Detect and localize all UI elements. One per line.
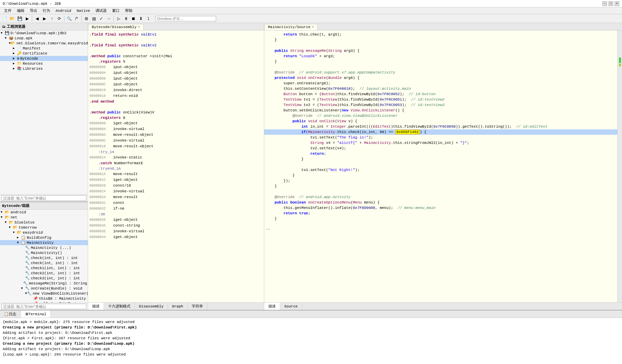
tree-label: check(int, int) : int (31, 261, 78, 265)
tab-bytecode-disassembly[interactable]: Bytecode/Disassembly × (88, 24, 144, 30)
toolbar-debug-run[interactable]: ▷ (115, 15, 122, 22)
tree-item-apk[interactable]: ▼ 📦 Loop.apk (0, 36, 88, 41)
terminal-area[interactable]: {mobile.apk > mobile.apk}: 275 resource … (0, 318, 622, 364)
tree-label: net.bluelotus.tomorrow.easydroid (16, 41, 88, 45)
bytecode-code-area[interactable]: .field final synthetic val$tv1 .field fi… (88, 30, 264, 302)
tab-bytecode-close[interactable]: × (138, 25, 140, 29)
src-line: super.onCreate(arg6); (264, 81, 617, 86)
omnibox-input[interactable] (155, 16, 216, 21)
tab-disassembly[interactable]: Disassembly (135, 303, 168, 310)
toolbar-table[interactable]: ▤ (90, 15, 97, 22)
tab-hex[interactable]: 十六进制格式 (104, 303, 135, 310)
tree-item-manifest[interactable]: ▶ 📄 Manifest (0, 46, 88, 51)
toolbar-open[interactable]: 📂 (9, 15, 16, 22)
toolbar-up[interactable]: ↑ (48, 15, 55, 22)
tab-terminal[interactable]: 🖥 Terminal (21, 311, 51, 318)
tab-source-close[interactable]: × (312, 25, 314, 29)
tree-oncreate[interactable]: ▼ 🔧 onCreate(Bundle) : void (0, 286, 88, 291)
src-line (264, 189, 617, 194)
menu-edit[interactable]: 编辑 (14, 7, 27, 14)
tab-bytecode-label: Bytecode/Disassembly (92, 25, 137, 29)
tree-label: check(int, int) : int (31, 256, 78, 260)
toolbar-search[interactable]: 🔍 (66, 15, 72, 22)
toolbar-check[interactable]: ✓ (98, 15, 105, 22)
tree-item-resources[interactable]: ▶ 📁 Resources (0, 61, 88, 66)
project-filter-input[interactable] (1, 195, 86, 201)
toolbar-debug-over[interactable]: ⤵ (145, 15, 152, 22)
code-line: .method public onClick(View)V (88, 110, 264, 115)
tree-label: this$0 : MainActivity (39, 297, 86, 301)
src-line: Button button = (Button)this.findViewByI… (264, 91, 617, 97)
tree-label: MainActivity (27, 241, 54, 245)
tab-desc[interactable]: 描述 (88, 303, 104, 310)
menu-help[interactable]: 帮助 (122, 7, 135, 14)
tree-this0[interactable]: 📌 this$0 : MainActivity (0, 296, 88, 301)
menu-behavior[interactable]: 行为 (40, 7, 53, 14)
tree-item-libraries[interactable]: ▶ 📚 Libraries (0, 66, 88, 71)
toolbar-save[interactable]: 💾 (16, 15, 23, 22)
toolbar-debug-stop[interactable]: ⏹ (130, 15, 137, 22)
toolbar-grid[interactable]: ⊞ (83, 15, 90, 22)
toolbar-refresh[interactable]: ⟳ (56, 15, 63, 22)
bytecode-tree[interactable]: ▼ 📂 android ▼ 📂 net ▼ 📂 bluelotus (0, 210, 88, 303)
code-line: 00000032 if-ne (88, 206, 264, 212)
toolbar-forward[interactable]: ▶ (41, 15, 48, 22)
tree-mainactivity[interactable]: ▼ 📋 MainActivity (0, 240, 88, 245)
tab-src-desc[interactable]: 描述 (264, 303, 280, 310)
tree-check2[interactable]: 🔧 check(int, int) : int (0, 260, 88, 265)
source-code-area[interactable]: return this.chec(t, arg5); } public Stri… (264, 30, 617, 302)
tree-item-bytecode[interactable]: ▶ ⚙ Bytecode (0, 56, 88, 61)
bottom-panel: 📋 日志 🖥 Terminal {mobile.apk > mobile.apk… (0, 310, 622, 364)
tab-graph[interactable]: Graph (168, 303, 188, 310)
menu-export[interactable]: 导出 (27, 7, 40, 14)
tree-bluelotus[interactable]: ▼ 📂 bluelotus (0, 220, 88, 225)
tree-check1[interactable]: 🔧 check(int, int) : int (0, 255, 88, 260)
src-line: tv2.setText(v4); (264, 146, 617, 151)
toolbar-step[interactable]: → (105, 15, 112, 22)
tree-messageme[interactable]: 🔧 messageMe(String) : String (0, 281, 88, 286)
tree-item-package[interactable]: ▼ 📂 net.bluelotus.tomorrow.easydroid (0, 41, 88, 46)
maximize-button[interactable]: □ (608, 1, 613, 6)
minimize-button[interactable]: − (602, 1, 607, 6)
src-line: String v4 = "alictf{" + MainActivity.thi… (264, 140, 617, 146)
tree-android[interactable]: ▼ 📂 android (0, 210, 88, 215)
code-line: 00000024 invoke-virtual (88, 189, 264, 194)
tab-src-source[interactable]: Source (280, 303, 302, 310)
tree-ma-constructor[interactable]: 🔧 MainActivity (...) (0, 245, 88, 250)
tree-check1a[interactable]: 🔧 check1(int, int) : int (0, 265, 88, 271)
tree-ma-init[interactable]: 🔧 MainActivity() (0, 250, 88, 255)
src-line-highlighted: if(MainActivity.this.check(in_int, 99) =… (264, 129, 617, 135)
tree-listener[interactable]: ▼ 🔧 new View$OnClickListener() {...} (0, 291, 88, 296)
toolbar-run[interactable]: ▶ (24, 15, 30, 22)
tree-tomorrow[interactable]: ▼ 📂 tomorrow (0, 225, 88, 230)
menu-window[interactable]: 窗口 (109, 7, 122, 14)
tree-check3[interactable]: 🔧 check3(int, int) : int (0, 276, 88, 281)
tree-easydroid[interactable]: ▼ 📂 easydroid (0, 230, 88, 235)
code-line (88, 104, 264, 110)
toolbar-new[interactable]: 📄 (1, 15, 8, 22)
toolbar-debug-pause[interactable]: ⏸ (123, 15, 129, 22)
tree-label: check2(int, int) : int (31, 271, 80, 275)
tab-source[interactable]: MainActivity/Source × (264, 24, 317, 30)
tab-log[interactable]: 📋 日志 (0, 311, 21, 318)
tree-item-cert[interactable]: ▶ 🔑 Certificate (0, 51, 88, 56)
src-line: public boolean onCreateOptionsMenu(Menu … (264, 200, 617, 205)
close-button[interactable]: × (615, 1, 619, 6)
tree-buildconfig[interactable]: ▶ 📋 BuildConfig (0, 235, 88, 240)
toolbar-comment[interactable]: /* (73, 15, 80, 22)
bytecode-filter-input[interactable] (1, 304, 86, 309)
tree-check2a[interactable]: 🔧 check2(int, int) : int (0, 271, 88, 276)
tab-strings[interactable]: 字符串 (188, 303, 207, 310)
tree-net[interactable]: ▼ 📂 net (0, 215, 88, 220)
menu-android[interactable]: Android (53, 7, 74, 14)
code-line: 0000003E invoke-virtual (88, 229, 264, 234)
menu-debugger[interactable]: 调试器 (93, 7, 109, 14)
menu-native[interactable]: Native (74, 7, 93, 14)
project-tree[interactable]: ▼ 💾 D:\Download\Loop.apk:jdb2 ▼ 📦 Loop.a… (0, 30, 88, 194)
tree-label: BuildConfig (27, 236, 51, 240)
code-line: :36 (88, 212, 264, 217)
toolbar-debug-step[interactable]: ⬇ (138, 15, 144, 22)
tree-item-root[interactable]: ▼ 💾 D:\Download\Loop.apk:jdb2 (0, 30, 88, 36)
toolbar-back[interactable]: ◀ (34, 15, 40, 22)
menu-file[interactable]: 文件 (1, 7, 14, 14)
